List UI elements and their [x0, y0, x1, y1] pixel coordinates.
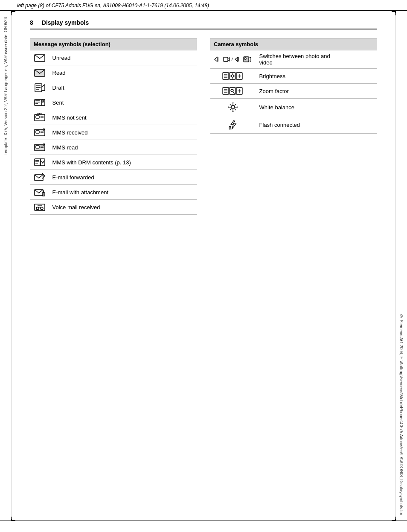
right-sidebar: © Siemens AG 2004, E:\Auftrag\Siemens\Mo… [395, 13, 407, 519]
svg-line-66 [233, 92, 235, 94]
svg-point-37 [41, 207, 43, 210]
table-row: Brightness [210, 69, 377, 84]
voicemail-label: Voice mail received [49, 200, 197, 215]
right-sidebar-text: © Siemens AG 2004, E:\Auftrag\Siemens\Mo… [399, 314, 404, 515]
message-table-header: Message symbols (selection) [30, 38, 197, 50]
sent-label: Sent [49, 95, 197, 110]
flash-icon [214, 119, 253, 131]
mms-received-label: MMS received [49, 125, 197, 140]
svg-line-78 [230, 109, 232, 111]
read-label: Read [49, 65, 197, 80]
top-header: left page (8) of CF75 Adonis FUG en, A31… [0, 0, 407, 11]
table-row: MMS not sent [30, 110, 197, 125]
photo-video-switch-icon: / [214, 56, 253, 63]
mms-not-sent-icon [34, 113, 46, 122]
table-row: E-mail forwarded [30, 170, 197, 185]
msg-icon-cell [30, 170, 49, 185]
email-attachment-label: E-mail with attachment [49, 185, 197, 200]
page-heading: 8 Display symbols [30, 19, 377, 29]
table-row: Voice mail received [30, 200, 197, 215]
mms-read-icon [34, 143, 46, 152]
cam-icon-cell [210, 116, 256, 134]
table-row: MMS received [30, 125, 197, 140]
camera-table: Camera symbols [210, 38, 377, 134]
sent-icon [34, 98, 46, 107]
svg-line-77 [235, 104, 236, 106]
svg-rect-13 [36, 116, 39, 118]
msg-icon-cell [30, 110, 49, 125]
msg-icon-cell [30, 185, 49, 200]
flash-label: Flash connected [256, 116, 377, 134]
mms-read-label: MMS read [49, 140, 197, 155]
msg-icon-cell [30, 125, 49, 140]
table-row: Zoom factor [210, 84, 377, 99]
table-row: Read [30, 65, 197, 80]
svg-line-75 [230, 104, 232, 106]
svg-point-70 [231, 105, 235, 109]
bottom-bar [0, 520, 407, 532]
svg-point-83 [229, 126, 231, 128]
camera-symbols-section: Camera symbols [210, 38, 377, 134]
main-content: 8 Display symbols Message symbols (selec… [13, 11, 394, 223]
cam-icon-cell [210, 99, 256, 116]
columns-layout: Message symbols (selection) [30, 38, 377, 215]
unread-label: Unread [49, 50, 197, 65]
camera-table-header: Camera symbols [210, 38, 377, 50]
header-text: left page (8) of CF75 Adonis FUG en, A31… [17, 3, 209, 9]
brightness-icon [214, 71, 253, 81]
page-title: Display symbols [42, 19, 89, 26]
svg-marker-40 [215, 57, 217, 61]
read-icon [34, 68, 46, 77]
page-number: 8 [30, 19, 33, 26]
svg-rect-23 [36, 146, 39, 148]
unread-icon [34, 53, 46, 62]
table-row: Sent [30, 95, 197, 110]
photo-video-label: Switches between photo andvideo [256, 50, 377, 69]
svg-line-76 [235, 109, 236, 111]
svg-rect-6 [35, 99, 41, 105]
brightness-label: Brightness [256, 69, 377, 84]
msg-icon-cell [30, 95, 49, 110]
left-sidebar: Template: X75, Version 2.2, VAR Language… [0, 13, 12, 519]
msg-icon-cell [30, 50, 49, 65]
svg-rect-26 [35, 159, 41, 166]
table-row: Flash connected [210, 116, 377, 134]
svg-rect-46 [244, 58, 246, 59]
svg-rect-19 [36, 131, 39, 133]
white-balance-icon [214, 101, 253, 113]
table-row: / [210, 50, 377, 69]
svg-point-36 [36, 207, 39, 210]
message-symbols-section: Message symbols (selection) [30, 38, 197, 215]
left-sidebar-text: Template: X75, Version 2.2, VAR Language… [3, 17, 8, 155]
mms-drm-icon [34, 158, 46, 167]
cam-icon-cell [210, 69, 256, 84]
table-row: E-mail with attachment [30, 185, 197, 200]
message-table: Message symbols (selection) [30, 38, 197, 215]
mms-drm-label: MMS with DRM contents (p. 13) [49, 155, 197, 170]
white-balance-label: White balance [256, 99, 377, 116]
table-row: MMS read [30, 140, 197, 155]
email-forwarded-label: E-mail forwarded [49, 170, 197, 185]
msg-icon-cell [30, 140, 49, 155]
email-forwarded-icon [34, 172, 46, 182]
svg-marker-43 [235, 57, 238, 61]
table-row: Unread [30, 50, 197, 65]
draft-label: Draft [49, 80, 197, 95]
cam-icon-cell: / [210, 50, 256, 69]
svg-point-52 [231, 75, 234, 77]
table-row: White balance [210, 99, 377, 116]
zoom-label: Zoom factor [256, 84, 377, 99]
draft-icon [34, 83, 46, 92]
voicemail-icon [34, 202, 46, 212]
mms-received-icon [34, 128, 46, 137]
msg-icon-cell [30, 155, 49, 170]
msg-icon-cell [30, 65, 49, 80]
mms-not-sent-label: MMS not sent [49, 110, 197, 125]
email-attachment-icon [34, 187, 46, 197]
table-row: Draft [30, 80, 197, 95]
msg-icon-cell [30, 200, 49, 215]
zoom-icon [214, 86, 253, 96]
svg-point-65 [231, 89, 233, 92]
cam-icon-cell [210, 84, 256, 99]
svg-rect-42 [224, 57, 228, 61]
